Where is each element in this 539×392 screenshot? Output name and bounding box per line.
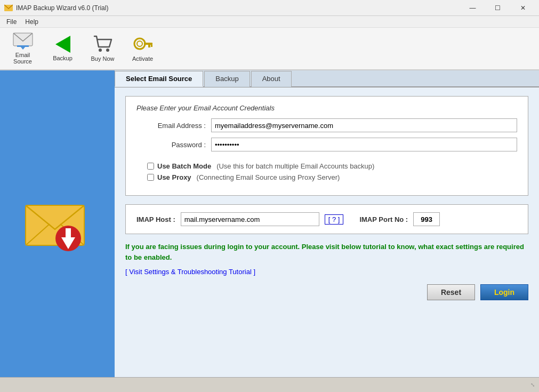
svg-point-8	[137, 41, 142, 46]
content-area: Select Email Source Backup About Please …	[115, 70, 539, 377]
svg-rect-11	[151, 45, 152, 47]
proxy-label: Use Proxy	[157, 173, 191, 181]
svg-rect-17	[66, 228, 71, 240]
toolbar-email-source-label: Email Source	[7, 52, 38, 65]
imap-help-button[interactable]: [ ? ]	[325, 214, 344, 225]
tabs: Select Email Source Backup About	[115, 70, 539, 87]
login-button[interactable]: Login	[480, 284, 528, 300]
svg-point-5	[99, 49, 102, 52]
toolbar-buy-now[interactable]: Buy Now	[85, 30, 120, 67]
key-icon	[133, 35, 152, 53]
proxy-desc: (Connecting Email Source using Proxy Ser…	[197, 173, 340, 181]
svg-marker-4	[55, 36, 70, 53]
credentials-title: Please Enter your Email Account Credenti…	[136, 104, 517, 112]
email-row: Email Address :	[136, 118, 517, 132]
email-source-icon	[13, 33, 33, 50]
sidebar	[0, 70, 115, 377]
toolbar-email-source[interactable]: Email Source	[5, 30, 40, 67]
batch-mode-label: Use Batch Mode	[157, 162, 211, 170]
proxy-checkbox[interactable]	[147, 174, 154, 181]
action-buttons: Reset Login	[125, 284, 528, 300]
email-label: Email Address :	[136, 122, 206, 130]
app-icon	[4, 4, 13, 12]
window-controls: ― ☐ ✕	[461, 0, 535, 16]
close-button[interactable]: ✕	[511, 0, 535, 16]
email-input[interactable]	[211, 118, 517, 132]
info-message: If you are facing issues during login to…	[125, 242, 528, 262]
batch-mode-checkbox[interactable]	[147, 163, 154, 170]
imap-row: IMAP Host : [ ? ] IMAP Port No : 993	[136, 212, 517, 226]
svg-rect-9	[144, 43, 152, 45]
svg-point-6	[106, 49, 109, 52]
minimize-button[interactable]: ―	[461, 0, 485, 16]
status-bar: ⤡	[0, 377, 539, 392]
toolbar-activate-label: Activate	[132, 55, 153, 62]
cart-icon	[93, 35, 112, 53]
tab-select-email-source[interactable]: Select Email Source	[115, 71, 203, 87]
imap-port-label: IMAP Port No :	[359, 215, 408, 223]
menu-help[interactable]: Help	[21, 17, 43, 27]
svg-rect-10	[148, 45, 150, 47]
tab-about[interactable]: About	[251, 71, 292, 87]
svg-marker-3	[20, 46, 26, 50]
credentials-group: Please Enter your Email Account Credenti…	[125, 96, 528, 196]
resize-icon: ⤡	[530, 382, 535, 388]
svg-point-7	[134, 38, 145, 49]
imap-host-input[interactable]	[181, 212, 319, 226]
reset-button[interactable]: Reset	[427, 284, 475, 300]
imap-section: IMAP Host : [ ? ] IMAP Port No : 993	[125, 204, 528, 234]
tab-backup[interactable]: Backup	[204, 71, 250, 87]
batch-mode-row: Use Batch Mode (Use this for batch multi…	[147, 162, 517, 170]
backup-icon	[53, 36, 73, 53]
password-label: Password :	[136, 141, 206, 149]
imap-port-value: 993	[413, 212, 440, 226]
proxy-row: Use Proxy (Connecting Email Source using…	[147, 173, 517, 181]
menu-file[interactable]: File	[2, 17, 21, 27]
password-input[interactable]	[211, 138, 517, 151]
settings-tutorial-link[interactable]: [ Visit Settings & Troubleshooting Tutor…	[125, 268, 528, 276]
password-row: Password :	[136, 138, 517, 151]
window-title: IMAP Backup Wizard v6.0 (Trial)	[16, 4, 108, 12]
sidebar-envelope-icon	[23, 195, 92, 253]
toolbar-activate[interactable]: Activate	[125, 30, 160, 67]
title-bar: IMAP Backup Wizard v6.0 (Trial) ― ☐ ✕	[0, 0, 539, 16]
toolbar-buy-now-label: Buy Now	[91, 55, 114, 62]
toolbar: Email Source Backup Buy Now Activate	[0, 28, 539, 70]
toolbar-backup[interactable]: Backup	[45, 30, 80, 67]
main-layout: Select Email Source Backup About Please …	[0, 70, 539, 377]
menu-bar: File Help	[0, 16, 539, 28]
toolbar-backup-label: Backup	[53, 55, 73, 61]
maximize-button[interactable]: ☐	[486, 0, 510, 16]
panel: Please Enter your Email Account Credenti…	[115, 87, 539, 377]
batch-mode-desc: (Use this for batch multiple Email Accou…	[216, 162, 374, 170]
imap-host-label: IMAP Host :	[136, 215, 175, 223]
